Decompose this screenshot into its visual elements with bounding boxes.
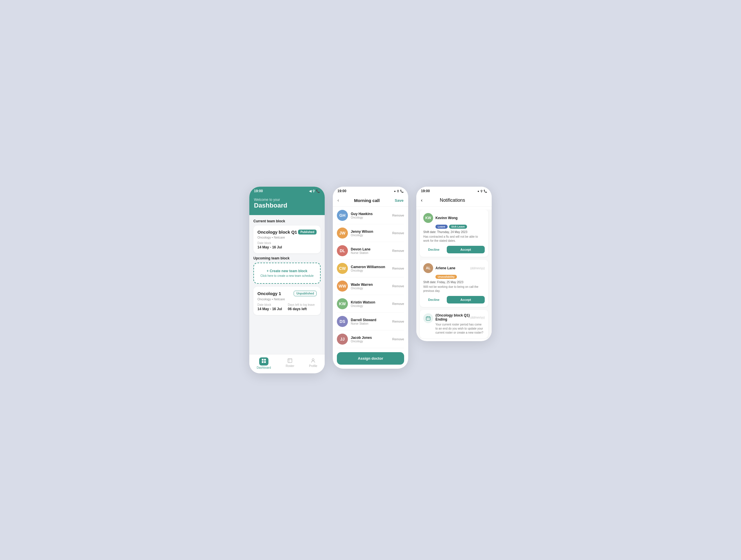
current-date-value: 14 May - 16 Jul	[257, 245, 317, 249]
accept-arlene[interactable]: Accept	[447, 296, 485, 303]
published-badge: Published	[298, 229, 317, 234]
svg-rect-1	[264, 359, 266, 361]
notif-name-arlene: Arlene Lane	[435, 266, 470, 270]
notif-shift-kevinn: Shift date: Thursday, 24 May 2023	[423, 230, 485, 234]
save-button[interactable]: Save	[395, 198, 404, 203]
nav-profile[interactable]: Profile	[309, 357, 317, 369]
days-left-value: 06 days left	[288, 307, 315, 311]
avatar-arlene: AL	[423, 263, 433, 273]
notif-arlene-date: (dd/mm/yy)	[470, 267, 485, 270]
avatar-kevinn: KW	[423, 213, 433, 223]
person-name-kristin: Kristin Watson	[351, 300, 392, 304]
decline-kevinn[interactable]: Decline	[423, 246, 445, 253]
decline-arlene[interactable]: Decline	[423, 296, 445, 303]
remove-jacob[interactable]: Remove	[392, 337, 404, 341]
signal3-icon: ●	[477, 190, 479, 193]
current-team-card[interactable]: Oncology block Q1 Published Oncology • N…	[253, 225, 321, 253]
current-section-label: Current team block	[253, 219, 321, 223]
avatar-darrell: DS	[337, 316, 348, 327]
signal-icon: ◀	[309, 189, 311, 193]
person-info-wade: Wade Warren Oncology	[351, 283, 392, 290]
notif-shift-arlene: Shift date: Friday, 25 May 2023	[423, 281, 485, 284]
nav-dashboard-label: Dashboard	[257, 366, 271, 369]
phone-notifications: 19:00 ● ⚲ 📞 ‹ Notifications KW Kevinn Wo…	[416, 187, 492, 341]
back-button-2[interactable]: ‹	[337, 198, 339, 203]
remove-devon[interactable]: Remove	[392, 249, 404, 253]
tag-leave: Leave	[435, 225, 448, 229]
notification-arlene: AL Arlene Lane (dd/mm/yy) Unavailability…	[420, 260, 488, 307]
person-dept-jacob: Oncology	[351, 340, 392, 343]
tag-sick-leave: Sick Leave	[449, 225, 467, 229]
list-item: CW Cameron Williamson Oncology Remove	[337, 260, 404, 277]
upcoming-card-subtitle: Oncology • Netcare	[257, 297, 317, 301]
remove-jenny[interactable]: Remove	[392, 231, 404, 235]
person-dept-jenny: Oncology	[351, 234, 392, 237]
current-card-title: Oncology block Q1	[257, 229, 297, 234]
dashboard-header: Welcome to your Dashboard	[249, 195, 325, 215]
person-dept-cameron: Oncology	[351, 269, 392, 272]
upcoming-team-card[interactable]: Oncology 1 Unpublished Oncology • Netcar…	[253, 287, 321, 315]
avatar-kristin: KW	[337, 298, 348, 309]
notification-kevinn: KW Kevinn Wong Leave Sick Leave Shift da…	[420, 210, 488, 257]
status-bar-2: 19:00 ● ⚲ 📞	[333, 187, 408, 195]
list-item: JJ Jacob Jones Oncology Remove	[337, 331, 404, 348]
call-icon: 📞	[316, 189, 320, 193]
location3-icon: ⚲	[480, 190, 482, 193]
nav-roster[interactable]: Roster	[286, 357, 294, 369]
calendar-icon	[426, 316, 430, 321]
notif-system-title: {Oncology block Q1} Ending	[435, 313, 470, 322]
back-button-3[interactable]: ‹	[421, 198, 422, 203]
person-info-jenny: Jenny Wilson Oncology	[351, 229, 392, 237]
roster-icon	[287, 358, 292, 363]
phone-dashboard: 19:00 ◀ ⚲ 📞 Welcome to your Dashboard Cu…	[249, 187, 325, 373]
notif-actions-arlene: Decline Accept	[423, 296, 485, 303]
person-name-jacob: Jacob Jones	[351, 336, 392, 340]
list-item: GH Guy Hawkins Oncology Remove	[337, 207, 404, 224]
list-item: JW Jenny Wilson Oncology Remove	[337, 224, 404, 242]
remove-wade[interactable]: Remove	[392, 284, 404, 288]
remove-kristin[interactable]: Remove	[392, 302, 404, 305]
svg-rect-3	[264, 361, 266, 363]
notif-name-kevinn: Kevinn Wong	[435, 216, 485, 220]
member-list: GH Guy Hawkins Oncology Remove JW Jenny …	[333, 207, 408, 348]
assign-doctor-button[interactable]: Assign doctor	[337, 352, 404, 365]
person-info-guy: Guy Hawkins Oncology	[351, 212, 392, 219]
nav-roster-label: Roster	[286, 364, 294, 367]
phone-morning-call: 19:00 ● ⚲ 📞 ‹ Morning call Save GH Guy H…	[333, 187, 408, 369]
location-icon: ⚲	[313, 189, 315, 193]
dashboard-body: Current team block Oncology block Q1 Pub…	[249, 215, 325, 354]
status-bar-1: 19:00 ◀ ⚲ 📞	[249, 187, 325, 195]
create-btn-label[interactable]: + Create new team block	[258, 269, 316, 273]
list-item: WW Wade Warren Oncology Remove	[337, 277, 404, 295]
tag-row-kevinn: Leave Sick Leave	[435, 225, 485, 229]
person-name-wade: Wade Warren	[351, 283, 392, 287]
status-icons-3: ● ⚲ 📞	[477, 190, 487, 193]
time-2: 19:00	[337, 189, 346, 193]
remove-guy[interactable]: Remove	[392, 214, 404, 217]
person-dept-darrell: Nurse Station	[351, 322, 392, 325]
accept-kevinn[interactable]: Accept	[447, 246, 485, 253]
bottom-nav: Dashboard Roster	[249, 354, 325, 373]
remove-darrell[interactable]: Remove	[392, 320, 404, 323]
svg-rect-0	[262, 359, 264, 361]
svg-rect-4	[288, 359, 292, 363]
remove-cameron[interactable]: Remove	[392, 267, 404, 270]
notif-system-icon-box	[423, 313, 433, 323]
notifications-header: ‹ Notifications	[416, 195, 492, 207]
avatar-devon: DL	[337, 245, 348, 256]
status-icons-1: ◀ ⚲ 📞	[309, 189, 320, 193]
nav-dashboard[interactable]: Dashboard	[257, 357, 271, 369]
profile-icon	[311, 358, 316, 363]
notif-actions-kevinn: Decline Accept	[423, 246, 485, 253]
morning-call-header: ‹ Morning call Save	[333, 195, 408, 207]
days-left-label: Days left to log leave	[288, 303, 315, 306]
notif-body-arlene: Will not be working due to being on call…	[423, 285, 485, 293]
notif-system-top: {Oncology block Q1} Ending (dd/mm/yy) Yo…	[423, 313, 485, 335]
svg-rect-8	[426, 317, 430, 320]
create-team-card[interactable]: + Create new team block Click here to cr…	[253, 263, 321, 284]
call2-icon: 📞	[400, 190, 404, 193]
phones-container: 19:00 ◀ ⚲ 📞 Welcome to your Dashboard Cu…	[238, 169, 503, 391]
avatar-jacob: JJ	[337, 334, 348, 345]
status-icons-2: ● ⚲ 📞	[394, 190, 404, 193]
person-name-guy: Guy Hawkins	[351, 212, 392, 216]
